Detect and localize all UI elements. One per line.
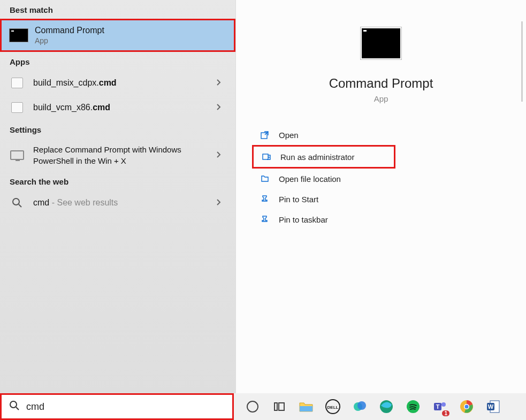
file-icon bbox=[7, 101, 27, 114]
apps-header: Apps bbox=[0, 52, 235, 71]
best-match-result[interactable]: Command Prompt App bbox=[2, 20, 234, 50]
folder-icon bbox=[258, 173, 271, 184]
result-title: build_vcm_x86.cmd bbox=[33, 103, 210, 112]
file-explorer-icon[interactable] bbox=[297, 398, 315, 416]
action-label: Pin to taskbar bbox=[279, 215, 328, 224]
details-subtitle: App bbox=[247, 94, 515, 103]
search-input[interactable] bbox=[26, 401, 225, 413]
svg-rect-3 bbox=[263, 154, 268, 159]
best-match-header: Best match bbox=[0, 0, 235, 19]
cmd-icon bbox=[9, 28, 28, 42]
svg-point-21 bbox=[465, 405, 469, 409]
word-icon[interactable]: W bbox=[484, 398, 502, 416]
svg-rect-8 bbox=[279, 403, 284, 410]
settings-result[interactable]: Replace Command Prompt with Windows Powe… bbox=[0, 139, 235, 172]
spotify-icon[interactable] bbox=[404, 398, 422, 416]
action-open-file-location[interactable]: Open file location bbox=[252, 169, 515, 189]
teams-icon[interactable]: T1 bbox=[431, 398, 449, 416]
result-title: Command Prompt bbox=[35, 26, 226, 35]
svg-rect-7 bbox=[275, 403, 277, 410]
action-open[interactable]: Open bbox=[252, 125, 515, 145]
chevron-right-icon[interactable] bbox=[210, 79, 228, 88]
cmd-hero-icon bbox=[360, 27, 402, 60]
svg-text:W: W bbox=[488, 403, 494, 410]
search-icon bbox=[9, 400, 20, 413]
web-header: Search the web bbox=[0, 172, 235, 190]
settings-header: Settings bbox=[0, 120, 235, 139]
details-panel: Command Prompt App Open Run as administr… bbox=[235, 0, 526, 393]
svg-point-18 bbox=[441, 402, 446, 407]
action-pin-to-taskbar[interactable]: Pin to taskbar bbox=[252, 209, 515, 230]
result-title: cmd - See web results bbox=[33, 198, 210, 208]
chevron-right-icon[interactable] bbox=[210, 103, 228, 112]
pin-icon bbox=[258, 214, 271, 225]
cortana-icon[interactable] bbox=[243, 398, 262, 416]
edge-icon[interactable] bbox=[377, 398, 395, 416]
app-result-2[interactable]: build_vcm_x86.cmd bbox=[0, 95, 235, 120]
svg-point-0 bbox=[13, 198, 19, 205]
svg-line-5 bbox=[16, 407, 19, 410]
result-title: Replace Command Prompt with Windows Powe… bbox=[33, 144, 210, 166]
scrollbar[interactable] bbox=[521, 21, 523, 102]
app-result-1[interactable]: build_msix_cdpx.cmd bbox=[0, 71, 235, 95]
action-label: Run as administrator bbox=[280, 152, 354, 162]
open-icon bbox=[258, 129, 271, 140]
action-list: Open Run as administrator Open file loca… bbox=[247, 125, 515, 230]
svg-text:T: T bbox=[436, 403, 440, 410]
dell-icon[interactable]: DELL bbox=[324, 398, 342, 416]
file-icon bbox=[7, 76, 27, 90]
chevron-right-icon[interactable] bbox=[210, 198, 228, 208]
monitor-icon bbox=[7, 148, 27, 162]
action-label: Open bbox=[279, 131, 299, 140]
admin-icon bbox=[260, 151, 273, 162]
taskbar: DELL T1 W bbox=[0, 393, 526, 420]
search-results-panel: Best match Command Prompt App Apps build… bbox=[0, 0, 235, 393]
svg-line-1 bbox=[19, 204, 21, 207]
run-admin-highlight: Run as administrator bbox=[252, 145, 395, 169]
photos-icon[interactable] bbox=[350, 398, 369, 416]
svg-text:DELL: DELL bbox=[327, 405, 339, 410]
action-run-as-administrator[interactable]: Run as administrator bbox=[254, 147, 394, 167]
action-label: Open file location bbox=[279, 174, 341, 184]
action-pin-to-start[interactable]: Pin to Start bbox=[252, 189, 515, 209]
web-result[interactable]: cmd - See web results bbox=[0, 190, 235, 215]
search-box-highlight bbox=[0, 393, 234, 420]
svg-point-6 bbox=[247, 401, 258, 412]
chrome-icon[interactable] bbox=[458, 398, 476, 416]
pin-icon bbox=[258, 194, 271, 204]
action-label: Pin to Start bbox=[279, 195, 318, 204]
best-match-highlight: Command Prompt App bbox=[0, 19, 235, 52]
result-subtitle: App bbox=[35, 36, 226, 45]
chevron-right-icon[interactable] bbox=[210, 151, 228, 160]
svg-rect-9 bbox=[300, 406, 312, 411]
result-title: build_msix_cdpx.cmd bbox=[33, 78, 210, 88]
svg-point-4 bbox=[10, 401, 17, 408]
task-view-icon[interactable] bbox=[270, 398, 288, 416]
search-icon bbox=[7, 196, 27, 210]
details-title: Command Prompt bbox=[247, 76, 515, 91]
svg-point-13 bbox=[357, 401, 366, 410]
